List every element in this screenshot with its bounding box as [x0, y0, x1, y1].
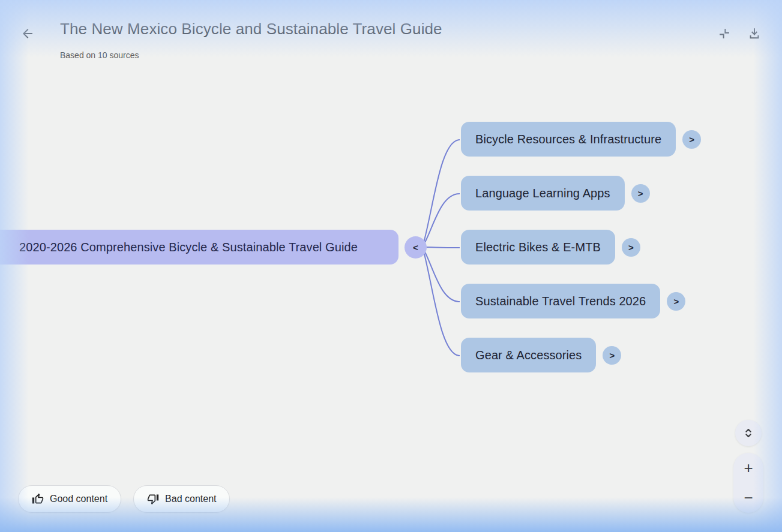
expand-button[interactable]: > — [631, 184, 650, 203]
connector-lines — [0, 0, 782, 532]
feedback-bar: Good content Bad content — [18, 485, 230, 513]
header: The New Mexico Bicycle and Sustainable T… — [0, 0, 782, 72]
child-node-row: Language Learning Apps > — [461, 176, 650, 211]
zoom-controls: + − — [733, 453, 763, 513]
download-icon — [748, 27, 761, 40]
zoom-in-button[interactable]: + — [733, 453, 763, 483]
collapse-view-button[interactable] — [712, 22, 736, 46]
back-arrow-icon — [20, 26, 35, 41]
root-node-row: 2020-2026 Comprehensive Bicycle & Sustai… — [0, 230, 427, 265]
expand-collapse-all-button[interactable] — [735, 420, 762, 446]
child-node-electric-bikes[interactable]: Electric Bikes & E-MTB — [461, 230, 615, 265]
collapse-icon — [718, 27, 731, 40]
back-button[interactable] — [16, 22, 40, 46]
expand-button[interactable]: > — [603, 346, 621, 365]
root-collapse-button[interactable]: < — [405, 236, 427, 259]
thumb-down-icon — [147, 493, 159, 505]
page-title: The New Mexico Bicycle and Sustainable T… — [60, 20, 442, 38]
expand-button[interactable]: > — [667, 292, 685, 311]
child-node-sustainable-travel[interactable]: Sustainable Travel Trends 2026 — [461, 284, 660, 318]
zoom-out-button[interactable]: − — [733, 483, 763, 513]
expand-button[interactable]: > — [622, 238, 640, 257]
mindmap-canvas[interactable]: 2020-2026 Comprehensive Bicycle & Sustai… — [0, 0, 782, 532]
child-node-bicycle-resources[interactable]: Bicycle Resources & Infrastructure — [461, 122, 676, 157]
thumb-up-icon — [32, 493, 44, 505]
child-node-language-apps[interactable]: Language Learning Apps — [461, 176, 625, 211]
download-button[interactable] — [742, 22, 766, 46]
child-node-row: Bicycle Resources & Infrastructure > — [461, 122, 701, 157]
good-content-label: Good content — [50, 494, 107, 504]
child-node-gear-accessories[interactable]: Gear & Accessories — [461, 338, 596, 372]
good-content-button[interactable]: Good content — [18, 485, 121, 513]
expand-button[interactable]: > — [682, 130, 701, 149]
header-actions — [712, 22, 766, 46]
child-node-row: Electric Bikes & E-MTB > — [461, 230, 640, 265]
bad-content-button[interactable]: Bad content — [133, 485, 230, 513]
root-node[interactable]: 2020-2026 Comprehensive Bicycle & Sustai… — [0, 230, 399, 265]
source-count-label: Based on 10 sources — [60, 50, 139, 60]
child-node-row: Sustainable Travel Trends 2026 > — [461, 284, 685, 318]
unfold-vertical-icon — [742, 426, 755, 440]
bad-content-label: Bad content — [165, 494, 216, 504]
child-node-row: Gear & Accessories > — [461, 338, 621, 372]
